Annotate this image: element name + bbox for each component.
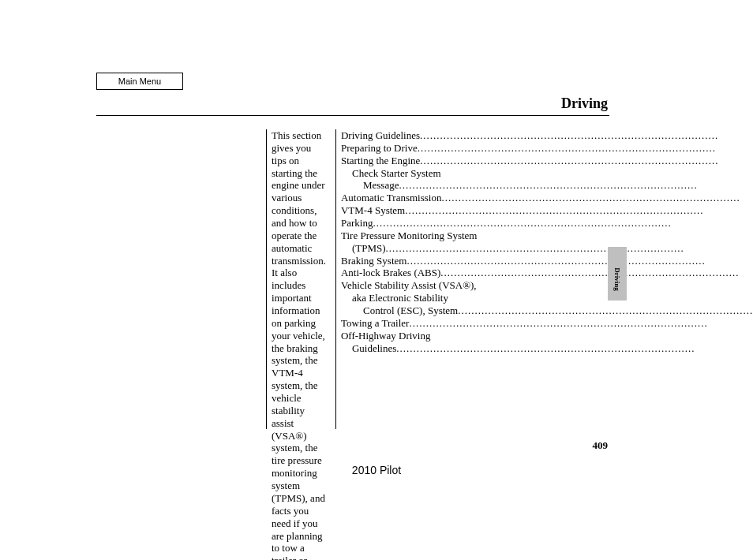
toc-entry: Vehicle Stability Assist (VSA®), (341, 279, 753, 292)
toc-entry[interactable]: Driving Guidelines410 (341, 129, 753, 142)
toc-leader (409, 317, 753, 330)
toc-entry-label: VTM-4 System (341, 204, 405, 217)
toc-entry-label: Tire Pressure Monitoring System (341, 230, 478, 242)
toc-entry-label: Starting the Engine (341, 155, 420, 167)
toc-entry[interactable]: (TPMS)420 (341, 242, 753, 255)
toc-entry: Tire Pressure Monitoring System (341, 230, 753, 242)
main-menu-label: Main Menu (118, 77, 161, 86)
toc-entry-label: Parking (341, 217, 373, 230)
toc-entry-label: (TPMS) (352, 242, 386, 255)
toc-entry-label: Guidelines (352, 342, 396, 355)
toc-entry[interactable]: Automatic Transmission413 (341, 192, 753, 204)
toc-entry[interactable]: Guidelines449 (341, 342, 753, 355)
toc-entry[interactable]: Control (ESC), System431 (341, 304, 753, 317)
toc-entry-label: Control (ESC), System (363, 304, 458, 317)
toc-entry-label: Check Starter System (352, 167, 441, 180)
body-columns: This section gives you tips on starting … (266, 129, 609, 429)
toc-entry[interactable]: VTM-4 System418 (341, 204, 753, 217)
toc-leader (406, 255, 753, 267)
horizontal-rule (96, 115, 609, 116)
toc-entry[interactable]: Braking System428 (341, 255, 753, 267)
toc-entry-label: aka Electronic Stability (352, 292, 448, 304)
contents-column: Driving Guidelines410Preparing to Drive4… (335, 129, 753, 429)
section-title: Driving (561, 95, 608, 112)
toc-leader (420, 129, 753, 142)
toc-entry[interactable]: Starting the Engine411 (341, 155, 753, 167)
toc-entry-label: Automatic Transmission (341, 192, 442, 204)
vehicle-model: 2010 Pilot (0, 464, 753, 476)
main-menu-button[interactable]: Main Menu (96, 73, 183, 90)
toc-leader (405, 204, 753, 217)
toc-entry: Check Starter System (341, 167, 753, 180)
toc-entry-label: Towing a Trailer (341, 317, 409, 330)
intro-column: This section gives you tips on starting … (266, 129, 335, 429)
toc-entry-label: Braking System (341, 255, 406, 267)
toc-leader (386, 242, 753, 255)
toc-entry-label: Anti-lock Brakes (ABS) (341, 267, 440, 279)
toc-entry: aka Electronic Stability (341, 292, 753, 304)
toc-entry-label: Off-Highway Driving (341, 330, 431, 342)
toc-leader (373, 217, 753, 230)
section-tab-label-wrap: Driving (608, 252, 627, 306)
toc-leader (420, 155, 753, 167)
intro-text: This section gives you tips on starting … (272, 129, 326, 560)
page-number: 409 (593, 439, 609, 452)
toc-leader (399, 179, 753, 192)
toc-entry-label: Vehicle Stability Assist (VSA®), (341, 279, 477, 292)
toc-entry: Off-Highway Driving (341, 330, 753, 342)
toc-entry[interactable]: Towing a Trailer434 (341, 317, 753, 330)
toc-entry-label: Driving Guidelines (341, 129, 420, 142)
section-tab-label: Driving (613, 267, 621, 291)
toc-leader (458, 304, 753, 317)
toc-leader (440, 267, 753, 279)
toc-entry-label: Message (363, 179, 399, 192)
toc-entry[interactable]: Anti-lock Brakes (ABS)429 (341, 267, 753, 279)
toc-leader (396, 342, 753, 355)
toc-entry[interactable]: Message412 (341, 179, 753, 192)
toc-leader (418, 142, 753, 155)
manual-page: Main Menu Driving This section gives you… (0, 0, 753, 560)
toc-entry-label: Preparing to Drive (341, 142, 418, 155)
toc-entry[interactable]: Parking419 (341, 217, 753, 230)
toc-leader (441, 192, 753, 204)
toc-entry[interactable]: Preparing to Drive410 (341, 142, 753, 155)
